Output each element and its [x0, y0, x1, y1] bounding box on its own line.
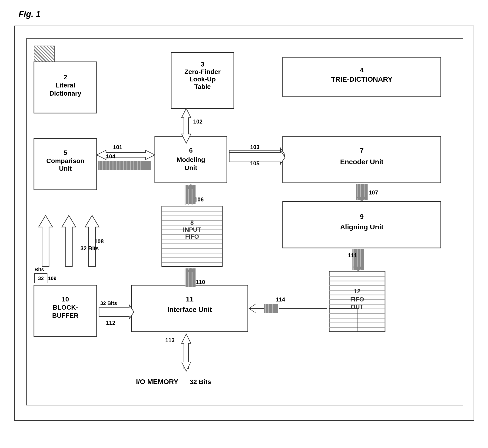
svg-text:112: 112: [106, 320, 115, 326]
svg-text:Look-Up: Look-Up: [189, 76, 216, 83]
svg-text:6: 6: [189, 147, 193, 154]
bits-109: Bits 32 109: [34, 267, 56, 283]
svg-text:Comparison: Comparison: [46, 157, 84, 164]
page: Fig. 1 2 Literal Dictionary 3 Zero-Finde…: [0, 0, 488, 448]
arrow-101: 101: [97, 144, 155, 160]
svg-text:BUFFER: BUFFER: [52, 312, 79, 319]
diagram-svg: 2 Literal Dictionary 3 Zero-Finder Look-…: [27, 39, 464, 406]
svg-text:Encoder Unit: Encoder Unit: [340, 158, 384, 166]
arrow-110: 110: [185, 268, 205, 287]
svg-marker-102: [62, 215, 76, 267]
inner-box: 2 Literal Dictionary 3 Zero-Finder Look-…: [26, 38, 463, 405]
svg-text:104: 104: [106, 153, 116, 160]
svg-marker-101: [39, 215, 53, 267]
svg-text:32 Bits: 32 Bits: [80, 245, 99, 251]
svg-text:10: 10: [62, 296, 69, 303]
svg-text:INPUT: INPUT: [183, 226, 201, 233]
svg-text:Zero-Finder: Zero-Finder: [184, 68, 221, 75]
svg-text:BLOCK-: BLOCK-: [53, 304, 78, 311]
fig-label: Fig. 1: [19, 9, 40, 19]
svg-text:Unit: Unit: [185, 164, 197, 171]
svg-text:Aligning Unit: Aligning Unit: [340, 223, 384, 231]
svg-text:Literal: Literal: [55, 82, 75, 89]
svg-text:107: 107: [369, 189, 378, 196]
svg-marker-127: [181, 362, 191, 371]
svg-text:4: 4: [360, 66, 364, 74]
svg-text:12: 12: [354, 288, 361, 295]
arrow-107: 107: [356, 184, 378, 201]
svg-text:9: 9: [360, 213, 364, 220]
svg-marker-65: [97, 150, 155, 160]
svg-text:8: 8: [190, 219, 194, 226]
arrow-112: 32 Bits 112: [99, 300, 134, 326]
arrow-105: 105: [229, 150, 285, 167]
svg-text:103: 103: [250, 144, 260, 150]
svg-text:TRIE-DICTIONARY: TRIE-DICTIONARY: [331, 75, 393, 83]
svg-text:FIFO: FIFO: [350, 296, 364, 303]
svg-text:Table: Table: [194, 83, 211, 90]
svg-marker-122: [99, 305, 134, 319]
arrow-113: 113: [165, 334, 191, 371]
svg-text:109: 109: [48, 275, 56, 281]
svg-text:2: 2: [63, 73, 67, 81]
svg-text:110: 110: [196, 279, 205, 285]
svg-text:I/O MEMORY: I/O MEMORY: [136, 378, 178, 385]
svg-text:Bits: Bits: [34, 267, 44, 272]
svg-text:11: 11: [186, 295, 193, 303]
svg-text:105: 105: [250, 160, 260, 167]
svg-text:7: 7: [360, 146, 364, 154]
svg-text:113: 113: [165, 337, 175, 343]
svg-text:Dictionary: Dictionary: [49, 90, 81, 97]
outer-box: 2 Literal Dictionary 3 Zero-Finder Look-…: [14, 26, 474, 421]
svg-text:106: 106: [194, 196, 204, 203]
svg-text:Modeling: Modeling: [177, 156, 205, 163]
svg-text:111: 111: [348, 252, 357, 258]
svg-text:32: 32: [38, 275, 44, 281]
svg-rect-129: [264, 304, 278, 313]
svg-text:102: 102: [193, 118, 203, 125]
svg-text:32 Bits: 32 Bits: [100, 300, 117, 306]
arrow-106: 106: [185, 184, 204, 205]
svg-text:3: 3: [201, 61, 204, 68]
svg-text:114: 114: [276, 296, 285, 303]
svg-text:32 Bits: 32 Bits: [190, 378, 211, 385]
arrow-111: 111: [348, 249, 364, 271]
svg-text:Unit: Unit: [59, 165, 72, 172]
arrows-108: 108 32 Bits: [39, 215, 104, 267]
svg-text:5: 5: [63, 149, 67, 156]
svg-text:101: 101: [113, 144, 122, 150]
svg-text:Interface Unit: Interface Unit: [167, 306, 212, 313]
svg-text:108: 108: [94, 238, 104, 244]
svg-text:FIFO: FIFO: [185, 233, 199, 240]
